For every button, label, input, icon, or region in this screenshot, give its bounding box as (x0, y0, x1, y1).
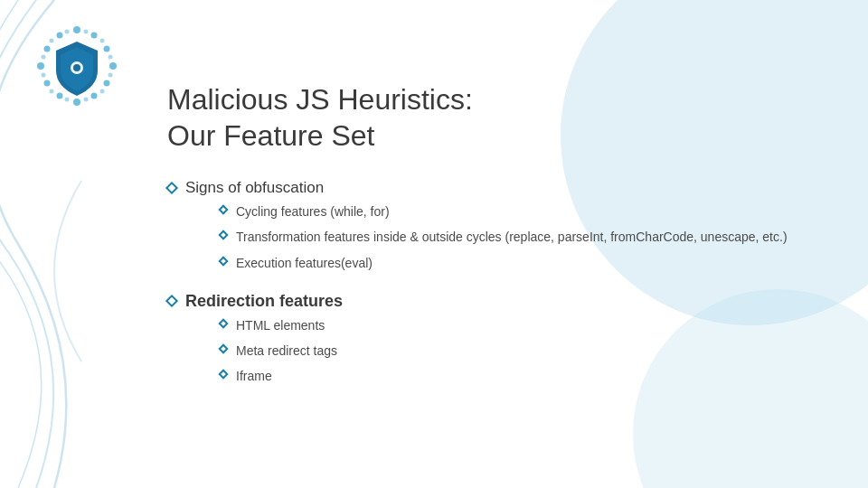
slide-content: Malicious JS Heuristics: Our Feature Set… (167, 81, 841, 470)
svg-point-21 (42, 73, 46, 78)
section2-item1: HTML elements (220, 316, 343, 334)
svg-point-15 (108, 55, 113, 60)
item1-text: Cycling features (while, for) (236, 202, 390, 221)
item3-bullet (218, 256, 228, 266)
svg-point-10 (44, 46, 51, 52)
section2-bullet (165, 295, 178, 307)
title-line2: Our Feature Set (167, 119, 374, 152)
svg-point-9 (37, 62, 44, 70)
section1-item1: Cycling features (while, for) (220, 202, 788, 221)
item5-text: Meta redirect tags (236, 342, 337, 360)
item1-bullet (218, 204, 228, 214)
svg-point-25 (73, 64, 80, 71)
svg-point-8 (44, 80, 51, 87)
section1-item2: Transformation features inside & outside… (220, 228, 788, 246)
item4-text: HTML elements (236, 316, 325, 334)
svg-point-1 (91, 33, 98, 39)
section1-item3: Execution features(eval) (220, 254, 788, 272)
section1-label: Signs of obfuscation (185, 179, 324, 196)
section-2: Redirection features HTML elements Meta … (167, 292, 841, 393)
section2-item3: Iframe (220, 367, 343, 385)
section1-subitems: Cycling features (while, for) Transforma… (220, 202, 788, 272)
item5-bullet (218, 344, 228, 354)
svg-point-11 (57, 33, 63, 39)
svg-point-19 (65, 98, 70, 102)
svg-point-22 (42, 55, 46, 60)
svg-point-3 (109, 62, 117, 70)
section2-item2: Meta redirect tags (220, 342, 343, 360)
svg-point-4 (104, 80, 110, 87)
svg-point-18 (84, 98, 89, 102)
section2-label: Redirection features (185, 292, 343, 310)
svg-point-14 (100, 39, 105, 43)
svg-point-6 (73, 99, 80, 106)
svg-point-20 (50, 89, 54, 94)
svg-point-5 (91, 93, 98, 99)
item3-text: Execution features(eval) (236, 254, 373, 272)
svg-point-12 (84, 30, 89, 34)
svg-point-0 (73, 26, 80, 33)
title-line1: Malicious JS Heuristics: (167, 83, 473, 116)
slide-title: Malicious JS Heuristics: Our Feature Set (167, 81, 841, 154)
svg-point-23 (50, 39, 54, 43)
item4-bullet (218, 318, 228, 328)
item2-bullet (218, 230, 228, 240)
item2-text: Transformation features inside & outside… (236, 228, 788, 246)
section-1: Signs of obfuscation Cycling features (w… (167, 179, 841, 279)
section2-subitems: HTML elements Meta redirect tags Iframe (220, 316, 343, 386)
section1-bullet (165, 182, 178, 194)
svg-point-7 (57, 93, 63, 99)
svg-point-13 (65, 30, 70, 34)
svg-point-16 (108, 73, 113, 78)
logo (27, 16, 127, 116)
item6-text: Iframe (236, 367, 272, 385)
svg-point-2 (104, 46, 110, 52)
item6-bullet (218, 370, 228, 380)
svg-point-17 (100, 89, 105, 94)
